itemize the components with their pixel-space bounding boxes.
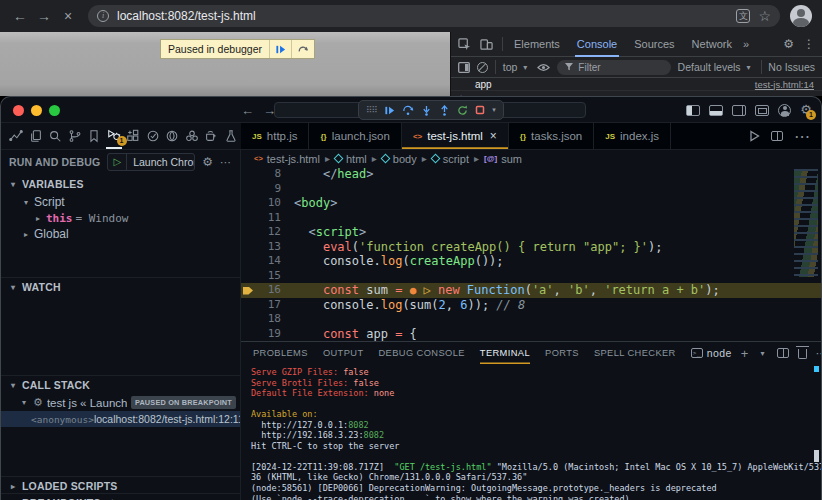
configure-gear-icon[interactable]: ⚙ [202,155,213,169]
devtools-tab-sources[interactable]: Sources [632,32,676,57]
code-line-18[interactable]: 18 [241,312,821,327]
stop-dropdown-icon[interactable]: ▾ [492,106,496,114]
toggle-panel-icon[interactable] [709,105,723,116]
url-text[interactable]: localhost:8082/test-js.html [117,9,728,23]
code-line-12[interactable]: 12 <script> [241,225,821,240]
breadcrumb-item-test-js.html[interactable]: <>test-js.html [254,153,320,165]
panel-tab-debug-console[interactable]: DEBUG CONSOLE [379,342,465,364]
flask-icon[interactable] [223,124,239,149]
code-line-9[interactable]: 9 [241,182,821,197]
devtools-tab-network[interactable]: Network [690,32,734,57]
devtools-tab-elements[interactable]: Elements [512,32,562,57]
panel-tab-terminal[interactable]: TERMINAL [480,342,530,364]
run-file-icon[interactable] [749,130,760,142]
breadcrumb-item-body[interactable]: body [382,153,417,165]
clear-console-icon[interactable] [477,62,488,73]
minimap[interactable] [794,169,818,277]
browser-profile-avatar[interactable] [790,5,812,27]
explorer-icon[interactable] [28,124,44,149]
bookmarks-icon[interactable] [86,124,102,149]
code-line-11[interactable]: 11 [241,211,821,226]
extensions-icon[interactable] [125,124,141,149]
code-line-10[interactable]: 10<body> [241,196,821,211]
restart-icon[interactable] [457,105,468,116]
panel-tab-spell-checker[interactable]: SPELL CHECKER [594,342,676,364]
scope-script-row[interactable]: ▾ Script [1,194,240,210]
log-levels-selector[interactable]: Default levels▾ [678,61,754,73]
step-into-icon[interactable] [421,105,432,116]
step-over-banner-icon[interactable] [291,40,314,58]
paused-breakpoint-gutter[interactable] [241,283,257,298]
panel-tab-output[interactable]: OUTPUT [323,342,364,364]
address-bar[interactable]: i localhost:8082/test-js.html 文 ☆ [88,5,780,27]
toggle-secondary-sidebar-icon[interactable] [732,105,746,116]
context-selector[interactable]: top▾ [503,61,531,73]
breakpoints-section-header[interactable]: ▾ BREAKPOINTS ⚠ [1,495,240,500]
stop-icon[interactable] [475,105,485,115]
devtools-tab-console[interactable]: Console [575,32,619,57]
bookmark-star-icon[interactable]: ☆ [758,9,771,23]
variables-section-header[interactable]: ▾ VARIABLES [1,176,240,192]
breadcrumb-item-script[interactable]: script [432,153,469,165]
code-line-14[interactable]: 14 console.log(createApp()); [241,254,821,269]
info-icon[interactable]: i [97,10,109,22]
breadcrumb-item-html[interactable]: html [335,153,367,165]
accounts-icon[interactable] [778,104,791,117]
docker-icon[interactable] [203,124,219,149]
editor-tab-tasks.json[interactable]: {}tasks.json [509,123,594,149]
panel-more-icon[interactable]: ⋯ [816,347,822,360]
stack-frame-row[interactable]: <anonymous> localhost:8082/test-js.html:… [1,411,240,427]
devtools-menu-icon[interactable]: ⋮ [803,37,815,51]
back-icon[interactable]: ← [10,0,30,32]
search-icon[interactable] [47,124,63,149]
start-debug-icon[interactable]: ▷ [108,154,127,170]
editor-more-icon[interactable]: ⋯ [794,127,810,146]
continue-icon[interactable] [384,105,395,116]
step-out-icon[interactable] [439,105,450,116]
dock-side-icon[interactable] [458,62,470,73]
panel-tab-ports[interactable]: PORTS [545,342,579,364]
panel-tab-problems[interactable]: PROBLEMS [253,342,308,364]
split-terminal-icon[interactable] [777,348,789,358]
loaded-scripts-section-header[interactable]: ▸ LOADED SCRIPTS [1,478,240,494]
call-stack-section-header[interactable]: ▾ CALL STACK [1,377,240,393]
variable-this-row[interactable]: ▸ this = Window [1,210,240,226]
code-editor[interactable]: 8 </head>910<body>1112 <script>13 eval('… [241,167,821,341]
split-editor-icon[interactable] [771,131,783,141]
toolbar-grip-icon[interactable]: ⠿⠿ [366,105,377,115]
customize-layout-icon[interactable] [755,105,769,116]
editor-tab-http.js[interactable]: JShttp.js [241,123,309,149]
translate-icon[interactable]: 文 [736,9,750,23]
code-line-16[interactable]: 16 const sum = ● ▷ new Function('a', 'b'… [241,283,821,298]
code-line-15[interactable]: 15 [241,269,821,284]
code-line-19[interactable]: 19 const app = { [241,327,821,342]
step-over-icon[interactable] [402,105,414,116]
issues-counter[interactable]: No Issues [768,61,815,73]
views-more-icon[interactable]: ⋯ [220,156,232,169]
testing-icon[interactable] [145,124,161,149]
terminal-output[interactable]: Serve GZIP Files: falseServe Brotli File… [241,364,821,500]
close-tab-icon[interactable]: × [490,129,497,143]
window-zoom-button[interactable] [49,105,60,116]
new-terminal-icon[interactable]: + [741,346,749,361]
history-back-icon[interactable]: ← [241,103,254,118]
gitlens-icon[interactable] [184,124,200,149]
terminal-scrollbar-thumb[interactable] [814,450,819,462]
editor-tab-launch.json[interactable]: {}launch.json [309,123,401,149]
settings-gear-icon[interactable]: ⚙ 1 [800,103,812,117]
scope-global-row[interactable]: ▸ Global [1,226,240,242]
terminal-dropdown-icon[interactable]: ▾ [758,349,768,358]
console-filter-input[interactable]: Filter [557,60,670,75]
console-log-source-link[interactable]: test-js.html:14 [755,79,814,90]
editor-tab-index.js[interactable]: JSindex.js [594,123,671,149]
eye-icon[interactable] [537,63,550,72]
inspect-icon[interactable] [458,38,471,51]
devtools-settings-icon[interactable]: ⚙ [783,37,794,51]
launch-config-select[interactable]: ▷ Launch Chrome ▾ [107,153,195,171]
forward-icon[interactable]: → [34,0,54,32]
live-share-icon[interactable] [164,124,180,149]
more-tabs-icon[interactable]: » [743,38,749,50]
code-line-13[interactable]: 13 eval('function createApp() { return "… [241,240,821,255]
code-line-8[interactable]: 8 </head> [241,167,821,182]
device-toolbar-icon[interactable] [480,38,493,51]
